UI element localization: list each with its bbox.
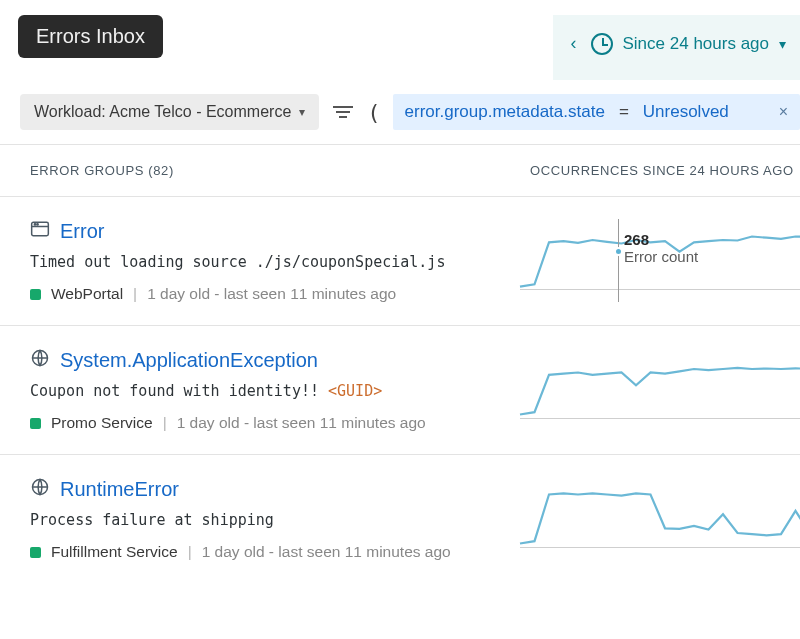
page-title: Errors Inbox — [18, 15, 163, 58]
sparkline-chart[interactable] — [520, 348, 800, 423]
service-name: WebPortal — [51, 285, 123, 303]
status-square-icon — [30, 289, 41, 300]
sparkline-chart[interactable] — [520, 477, 800, 552]
close-icon[interactable]: × — [779, 103, 788, 121]
svg-point-2 — [34, 224, 35, 225]
guid-placeholder: <GUID> — [328, 382, 382, 400]
divider: | — [163, 414, 167, 432]
tooltip-value: 268 — [624, 231, 649, 248]
service-name: Fulfillment Service — [51, 543, 178, 561]
error-age: 1 day old - last seen 11 minutes ago — [177, 414, 426, 432]
divider: | — [188, 543, 192, 561]
chart-tooltip: 268Error count — [624, 231, 698, 265]
status-square-icon — [30, 547, 41, 558]
table-row: System.ApplicationExceptionCoupon not fo… — [0, 325, 800, 454]
workload-dropdown[interactable]: Workload: Acme Telco - Ecommerce ▾ — [20, 94, 319, 130]
table-row: ErrorTimed out loading source ./js/coupo… — [0, 196, 800, 325]
clock-icon — [591, 33, 613, 55]
col-error-groups: ERROR GROUPS (82) — [30, 163, 530, 178]
table-row: RuntimeErrorProcess failure at shippingF… — [0, 454, 800, 583]
status-square-icon — [30, 418, 41, 429]
filter-chip-key: error.group.metadata.state — [405, 102, 605, 122]
error-name-link[interactable]: Error — [60, 220, 104, 243]
filter-chip[interactable]: error.group.metadata.state = Unresolved … — [393, 94, 800, 130]
error-message: Timed out loading source ./js/couponSpec… — [30, 253, 520, 271]
time-range-picker[interactable]: ‹ Since 24 hours ago ▾ — [553, 15, 801, 80]
paren-open: ( — [367, 100, 380, 125]
error-age: 1 day old - last seen 11 minutes ago — [147, 285, 396, 303]
sparkline-chart[interactable]: 268Error count — [520, 219, 800, 294]
divider: | — [133, 285, 137, 303]
globe-icon — [30, 348, 50, 372]
time-range-label: Since 24 hours ago — [623, 34, 770, 54]
globe-icon — [30, 477, 50, 501]
col-occurrences: OCCURRENCES SINCE 24 HOURS AGO — [530, 163, 800, 178]
error-age: 1 day old - last seen 11 minutes ago — [202, 543, 451, 561]
svg-point-3 — [37, 224, 38, 225]
browser-icon — [30, 219, 50, 243]
chevron-down-icon[interactable]: ▾ — [779, 36, 786, 52]
filter-chip-value: Unresolved — [643, 102, 729, 122]
filter-chip-op: = — [619, 102, 629, 122]
service-name: Promo Service — [51, 414, 153, 432]
tooltip-label: Error count — [624, 248, 698, 265]
chevron-down-icon: ▾ — [299, 105, 305, 119]
table-header: ERROR GROUPS (82) OCCURRENCES SINCE 24 H… — [0, 144, 800, 196]
error-name-link[interactable]: System.ApplicationException — [60, 349, 318, 372]
error-name-link[interactable]: RuntimeError — [60, 478, 179, 501]
filter-icon[interactable] — [331, 106, 355, 118]
error-message: Coupon not found with identity!! <GUID> — [30, 382, 520, 400]
workload-dropdown-label: Workload: Acme Telco - Ecommerce — [34, 103, 291, 121]
time-prev-icon[interactable]: ‹ — [567, 31, 581, 56]
error-message: Process failure at shipping — [30, 511, 520, 529]
